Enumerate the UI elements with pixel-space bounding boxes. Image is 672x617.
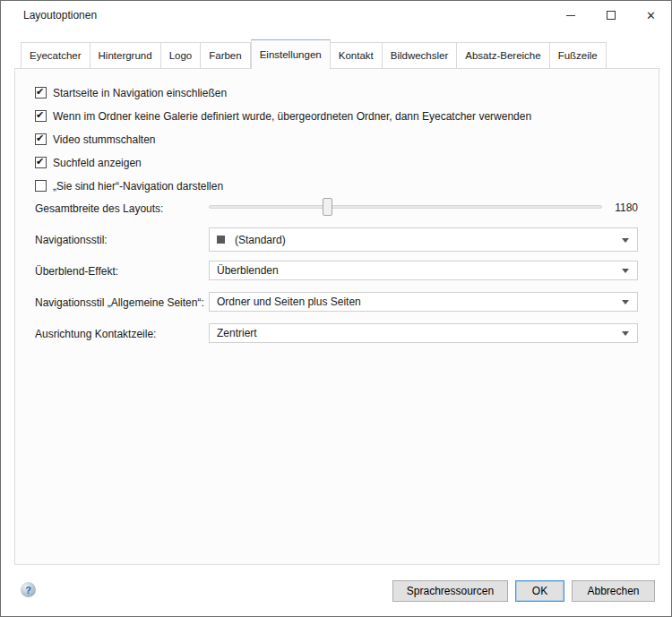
startseite-checkbox[interactable] bbox=[35, 87, 47, 99]
tab-strip: Eyecatcher Hintergrund Logo Farben Einst… bbox=[21, 39, 607, 69]
help-icon[interactable]: ? bbox=[21, 582, 36, 597]
gesamtbreite-slider-thumb[interactable] bbox=[323, 198, 332, 216]
checkbox-row-video-stumm: Video stummschalten bbox=[35, 133, 156, 146]
tab-einstellungen[interactable]: Einstellungen bbox=[251, 39, 331, 69]
chevron-down-icon bbox=[622, 300, 629, 304]
titlebar: Layoutoptionen ✕ bbox=[1, 1, 671, 30]
checkbox-label: Video stummschalten bbox=[53, 133, 156, 146]
checkbox-row-galerie-eyecatcher: Wenn im Ordner keine Galerie definiert w… bbox=[35, 110, 531, 123]
einstellungen-panel: Startseite in Navigation einschließen We… bbox=[14, 68, 659, 565]
checkbox-label: Startseite in Navigation einschließen bbox=[53, 87, 227, 99]
navigationsstil-allgemeine-seiten-label: Navigationsstil „Allgemeine Seiten“: bbox=[35, 296, 204, 309]
caption-buttons: ✕ bbox=[550, 1, 671, 30]
checkbox-label: Wenn im Ordner keine Galerie definiert w… bbox=[53, 110, 531, 123]
ok-button[interactable]: OK bbox=[515, 580, 564, 602]
dropdown-value: (Standard) bbox=[235, 234, 286, 246]
galerie-eyecatcher-checkbox[interactable] bbox=[35, 110, 47, 122]
dropdown-value: Ordner und Seiten plus Seiten bbox=[217, 296, 361, 308]
navigationsstil-label: Navigationsstil: bbox=[35, 234, 108, 246]
dropdown-value: Überblenden bbox=[217, 264, 279, 277]
tab-hintergrund[interactable]: Hintergrund bbox=[90, 42, 161, 69]
style-swatch-icon bbox=[217, 236, 225, 244]
window-title: Layoutoptionen bbox=[23, 9, 97, 21]
minimize-icon bbox=[566, 15, 575, 16]
gesamtbreite-label: Gesamtbreite des Layouts: bbox=[35, 202, 163, 215]
checkbox-row-suchfeld: Suchfeld anzeigen bbox=[35, 157, 142, 169]
ueberblend-effekt-label: Überblend-Effekt: bbox=[35, 265, 118, 278]
navigationsstil-allgemeine-seiten-dropdown[interactable]: Ordner und Seiten plus Seiten bbox=[209, 292, 638, 312]
tab-bildwechsler[interactable]: Bildwechsler bbox=[383, 42, 458, 69]
tab-logo[interactable]: Logo bbox=[161, 42, 202, 69]
ueberblend-effekt-dropdown[interactable]: Überblenden bbox=[209, 261, 638, 280]
chevron-down-icon bbox=[622, 331, 629, 336]
maximize-button[interactable] bbox=[590, 1, 631, 30]
minimize-button[interactable] bbox=[550, 1, 590, 30]
tab-kontakt[interactable]: Kontakt bbox=[331, 42, 383, 69]
checkbox-row-startseite: Startseite in Navigation einschließen bbox=[35, 87, 227, 99]
close-icon: ✕ bbox=[646, 10, 656, 21]
sie-sind-hier-checkbox[interactable] bbox=[35, 180, 47, 192]
abbrechen-button[interactable]: Abbrechen bbox=[572, 580, 655, 602]
chevron-down-icon bbox=[622, 238, 629, 243]
tab-farben[interactable]: Farben bbox=[201, 42, 250, 69]
tab-eyecatcher[interactable]: Eyecatcher bbox=[21, 42, 90, 69]
checkbox-row-sie-sind-hier: „Sie sind hier“-Navigation darstellen bbox=[35, 180, 223, 193]
layoutoptionen-dialog: Layoutoptionen ✕ Eyecatcher Hintergrund … bbox=[0, 0, 672, 617]
ausrichtung-kontaktzeile-label: Ausrichtung Kontaktzeile: bbox=[35, 328, 156, 340]
suchfeld-anzeigen-checkbox[interactable] bbox=[35, 157, 47, 168]
ausrichtung-kontaktzeile-dropdown[interactable]: Zentriert bbox=[209, 323, 638, 343]
maximize-icon bbox=[607, 11, 616, 20]
gesamtbreite-slider-track[interactable] bbox=[209, 205, 602, 209]
checkbox-label: „Sie sind hier“-Navigation darstellen bbox=[53, 180, 223, 193]
checkbox-label: Suchfeld anzeigen bbox=[53, 157, 142, 169]
navigationsstil-dropdown[interactable]: (Standard) bbox=[209, 227, 638, 252]
video-stummschalten-checkbox[interactable] bbox=[35, 133, 47, 145]
dropdown-value: Zentriert bbox=[217, 327, 257, 339]
tab-fusszeile[interactable]: Fußzeile bbox=[550, 42, 607, 69]
chevron-down-icon bbox=[622, 269, 629, 273]
gesamtbreite-value: 1180 bbox=[615, 201, 638, 214]
close-button[interactable]: ✕ bbox=[631, 1, 671, 30]
footer-buttons: Sprachressourcen OK Abbrechen bbox=[392, 580, 655, 602]
tab-absatz-bereiche[interactable]: Absatz-Bereiche bbox=[457, 42, 549, 69]
sprachressourcen-button[interactable]: Sprachressourcen bbox=[392, 580, 508, 602]
